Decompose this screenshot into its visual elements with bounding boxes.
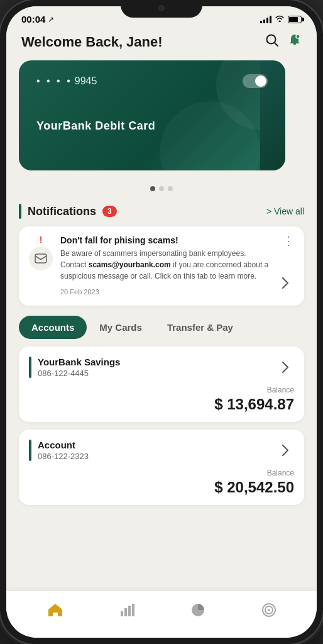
notif-email: scams@yourbank.com xyxy=(89,260,171,269)
camera-dot xyxy=(158,5,165,11)
account-number-2: 086-122-2323 xyxy=(38,452,89,461)
notification-icon-circle xyxy=(29,247,53,270)
signal-bar-3 xyxy=(266,18,268,23)
view-all-link[interactable]: > View all xyxy=(266,206,304,216)
svg-rect-6 xyxy=(124,608,127,616)
svg-rect-8 xyxy=(132,604,134,616)
account-card-checking[interactable]: Account 086-122-2323 Balance $ 20,542 xyxy=(19,430,304,505)
account-arrow-1[interactable] xyxy=(276,358,294,376)
carousel-dot-1[interactable] xyxy=(150,186,155,191)
svg-line-2 xyxy=(275,43,278,47)
balance-label-2: Balance xyxy=(29,469,294,477)
signal-bar-2 xyxy=(263,19,265,23)
tabs-row: Accounts My Cards Transfer & Pay xyxy=(19,316,304,339)
account-card-savings[interactable]: YourBank Savings 086-122-4445 Balance xyxy=(19,347,304,422)
nav-target[interactable] xyxy=(251,599,287,625)
account-info-2: Account 086-122-2323 xyxy=(29,440,89,461)
account-arrow-2[interactable] xyxy=(276,441,294,459)
balance-amount-1: $ 13,694.87 xyxy=(214,396,294,413)
pie-chart-icon xyxy=(190,602,205,621)
notifications-badge: 3 xyxy=(102,206,117,217)
target-icon xyxy=(261,602,276,621)
tab-accounts[interactable]: Accounts xyxy=(19,316,87,339)
home-icon xyxy=(47,602,63,621)
bottom-nav xyxy=(6,591,317,638)
section-header: Notifications 3 > View all xyxy=(19,204,304,219)
notification-date: 20 Feb 2023 xyxy=(60,288,99,296)
nav-pie-chart[interactable] xyxy=(180,599,216,625)
account-card-top-2: Account 086-122-2323 xyxy=(29,440,294,461)
notification-content: Don't fall for phising scams! Be aware o… xyxy=(60,235,269,297)
account-accent-bar xyxy=(29,357,31,378)
account-card-top: YourBank Savings 086-122-4445 xyxy=(29,357,294,378)
account-balance-row-2: Balance $ 20,542.50 xyxy=(29,469,294,496)
phone-screen: 00:04 ↗ xyxy=(6,6,317,638)
more-options-button[interactable]: ⋮ xyxy=(283,235,294,259)
header-icons xyxy=(265,33,302,50)
header: Welcome Back, Jane! xyxy=(6,28,317,60)
section-title-row: Notifications 3 xyxy=(19,204,117,219)
notification-title: Don't fall for phising scams! xyxy=(60,235,269,245)
signal-bar-1 xyxy=(260,21,262,23)
carousel-dot-2[interactable] xyxy=(159,186,164,191)
card-carousel: • • • • 9945 YourBank Debit Card xyxy=(19,60,304,180)
notification-body: Be aware of scammers impersonating bank … xyxy=(60,248,269,282)
balance-label-1: Balance xyxy=(29,386,294,394)
carousel-dots xyxy=(19,186,304,194)
account-name-1: YourBank Savings xyxy=(38,357,120,367)
card-mask-dots: • • • • xyxy=(36,75,72,87)
notifications-section: Notifications 3 > View all ! xyxy=(6,194,317,306)
tab-transfer-pay[interactable]: Transfer & Pay xyxy=(155,316,246,339)
signal-bar-4 xyxy=(270,16,271,23)
status-icons xyxy=(260,14,302,24)
svg-point-12 xyxy=(268,609,270,611)
account-number-1: 086-122-4445 xyxy=(38,369,120,378)
status-time: 00:04 xyxy=(21,14,45,25)
scroll-content[interactable]: Welcome Back, Jane! xyxy=(6,28,317,591)
svg-rect-7 xyxy=(128,606,131,616)
notification-right: ⋮ xyxy=(276,235,294,292)
balance-amount-2: $ 20,542.50 xyxy=(214,479,294,496)
phone-frame: 00:04 ↗ xyxy=(0,0,323,644)
analytics-icon xyxy=(119,602,134,621)
svg-rect-4 xyxy=(35,254,47,263)
svg-point-3 xyxy=(296,35,300,38)
search-button[interactable] xyxy=(265,33,279,50)
notification-button[interactable] xyxy=(288,33,302,50)
account-info: YourBank Savings 086-122-4445 xyxy=(29,357,120,378)
card-name: YourBank Debit Card xyxy=(36,119,155,132)
phone-notch xyxy=(121,0,202,18)
account-accent-bar-2 xyxy=(29,440,31,461)
bank-card[interactable]: • • • • 9945 YourBank Debit Card xyxy=(19,60,285,170)
wifi-icon xyxy=(275,14,285,24)
nav-home[interactable] xyxy=(37,599,74,625)
tab-my-cards[interactable]: My Cards xyxy=(87,316,155,339)
account-cards-list: YourBank Savings 086-122-4445 Balance xyxy=(6,347,317,518)
account-text-2: Account 086-122-2323 xyxy=(38,440,89,461)
nav-analytics[interactable] xyxy=(109,599,145,625)
card-section: • • • • 9945 YourBank Debit Card xyxy=(6,60,317,194)
carousel-dot-3[interactable] xyxy=(168,186,173,191)
account-balance-row-1: Balance $ 13,694.87 xyxy=(29,386,294,413)
section-accent-bar xyxy=(19,204,21,219)
card-toggle[interactable] xyxy=(243,74,268,88)
notification-arrow[interactable] xyxy=(276,274,294,292)
notification-card[interactable]: ! Don't fall for phising scams! Be aware… xyxy=(19,226,304,306)
card-top-row: • • • • 9945 xyxy=(36,74,268,88)
warning-exclamation: ! xyxy=(40,235,43,244)
signal-bars xyxy=(260,16,271,23)
toggle-knob xyxy=(255,75,266,87)
page-title: Welcome Back, Jane! xyxy=(21,34,163,50)
card-number-end: 9945 xyxy=(75,75,97,87)
location-icon: ↗ xyxy=(48,15,54,24)
tabs-section: Accounts My Cards Transfer & Pay xyxy=(6,306,317,347)
account-name-2: Account xyxy=(38,440,89,450)
account-text: YourBank Savings 086-122-4445 xyxy=(38,357,120,378)
notifications-title: Notifications xyxy=(28,205,96,218)
svg-rect-5 xyxy=(121,611,123,616)
svg-point-0 xyxy=(279,21,281,23)
battery-icon xyxy=(288,16,302,23)
warning-indicator: ! xyxy=(29,235,53,270)
